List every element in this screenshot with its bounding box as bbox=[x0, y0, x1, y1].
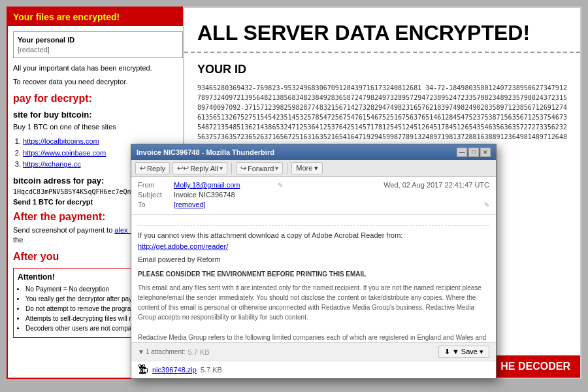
attachment-filesize: 5.7 KB bbox=[201, 366, 222, 374]
maximize-button[interactable]: □ bbox=[468, 148, 479, 157]
attachment-file-icon: 🗜 bbox=[138, 364, 148, 376]
email-header-area: From Molly.18@gmail.com ✎ Wed, 02 Aug 20… bbox=[131, 177, 496, 215]
powered-by: Email powered by Reform bbox=[138, 254, 489, 265]
toolbar-separator-2 bbox=[287, 163, 287, 174]
save-down-icon: ⬇ bbox=[444, 348, 450, 356]
date-value: Wed, 02 Aug 2017 22:41:47 UTC bbox=[384, 181, 489, 189]
attachment-info: ▼ 1 attachment: 5.7 KB bbox=[138, 348, 210, 356]
reply-label: Reply bbox=[147, 165, 165, 172]
acrobat-link[interactable]: http://get.adobe.com/reader/ bbox=[138, 242, 228, 250]
forward-label: Forward bbox=[248, 165, 274, 172]
company-text: Redactive Media Group refers to the foll… bbox=[138, 333, 489, 342]
window-titlebar: Invoice NIC396748 - Mozilla Thunderbird … bbox=[131, 144, 496, 160]
save-label: ▼ Save ▾ bbox=[452, 348, 483, 356]
to-value[interactable]: [removed] bbox=[174, 201, 482, 208]
minimize-button[interactable]: — bbox=[457, 148, 467, 157]
to-edit-icon: ✎ bbox=[484, 201, 489, 208]
attachment-size-top: 5.7 KB bbox=[188, 348, 210, 356]
reply-all-dropdown-icon: ▾ bbox=[220, 165, 223, 172]
toolbar-separator-1 bbox=[231, 163, 232, 174]
window-controls: — □ ✕ bbox=[457, 148, 491, 157]
from-value[interactable]: Molly.18@gmail.com bbox=[174, 181, 275, 189]
reply-icon: ↩ bbox=[140, 164, 146, 172]
pay-heading: pay for decrypt: bbox=[13, 93, 183, 105]
from-row: From Molly.18@gmail.com ✎ Wed, 02 Aug 20… bbox=[138, 181, 489, 189]
reply-all-label: Reply All bbox=[190, 165, 218, 172]
subject-label: Subject bbox=[138, 191, 174, 199]
forward-button[interactable]: ↪ Forward ▾ bbox=[236, 162, 283, 174]
attachment-count: 1 attachment: bbox=[146, 348, 186, 355]
id-text: 93465280369432-769823-953249683067091284… bbox=[197, 83, 567, 152]
email-window: Invoice NIC396748 - Mozilla Thunderbird … bbox=[131, 144, 497, 379]
site-2-link[interactable]: https://www.coinbase.com bbox=[23, 149, 106, 157]
body-text2: To recover data you need decryptor. bbox=[13, 77, 183, 87]
more-label: More ▾ bbox=[296, 164, 318, 172]
forward-icon: ↪ bbox=[240, 164, 246, 172]
from-label: From bbox=[138, 181, 174, 189]
site-heading: site for buy bitcoin: bbox=[13, 110, 183, 120]
email-body: If you cannot view this attachment downl… bbox=[131, 215, 496, 342]
subject-value: Invoice NIC396748 bbox=[174, 191, 489, 199]
personal-id-box: Your personal ID [redacted] bbox=[13, 31, 183, 58]
attachment-expand[interactable]: ▼ 1 attachment: bbox=[138, 348, 186, 355]
reply-all-icon: ↩↩ bbox=[177, 164, 189, 172]
your-id-label: YOUR ID bbox=[197, 63, 567, 76]
buy-btc: Buy 1 BTC on one of these sites bbox=[13, 122, 183, 132]
forward-dropdown-icon: ▾ bbox=[275, 165, 278, 172]
window-title: Invoice NIC396748 - Mozilla Thunderbird bbox=[137, 148, 274, 156]
consider-text: PLEASE CONSIDER THE ENVIRONMENT BEFORE P… bbox=[138, 269, 489, 279]
to-row: To [removed] ✎ bbox=[138, 201, 489, 208]
personal-id-value: [redacted] bbox=[18, 46, 178, 54]
site-3-link[interactable]: https://xchange.cc bbox=[23, 160, 81, 168]
subject-row: Subject Invoice NIC396748 bbox=[138, 191, 489, 199]
save-button[interactable]: ⬇ ▼ Save ▾ bbox=[438, 346, 489, 358]
legal-text: This email and any files sent with it ar… bbox=[138, 283, 489, 322]
decoder-footer: HE DECODER bbox=[491, 355, 580, 378]
attachment-file-row: 🗜 nic396748.zip 5.7 KB bbox=[131, 361, 496, 378]
body-text1: All your important data has been encrypt… bbox=[13, 63, 183, 73]
from-edit-icon: ✎ bbox=[278, 182, 283, 189]
attachment-filename[interactable]: nic396748.zip bbox=[152, 366, 197, 374]
more-button[interactable]: More ▾ bbox=[291, 162, 323, 174]
personal-id-label: Your personal ID bbox=[18, 36, 178, 44]
reply-all-button[interactable]: ↩↩ Reply All ▾ bbox=[172, 162, 227, 174]
site-1-link[interactable]: https://localbitcoins.com bbox=[23, 137, 99, 145]
acrobat-text: If you cannot view this attachment downl… bbox=[138, 230, 489, 252]
to-label: To bbox=[138, 201, 174, 208]
ransomware-header: Your files are encrypted! bbox=[8, 8, 188, 26]
email-toolbar: ↩ Reply ↩↩ Reply All ▾ ↪ Forward ▾ More … bbox=[131, 160, 496, 177]
attachment-bar: ▼ 1 attachment: 5.7 KB ⬇ ▼ Save ▾ bbox=[131, 342, 496, 361]
reply-button[interactable]: ↩ Reply bbox=[135, 162, 170, 174]
body-divider-top bbox=[138, 225, 489, 226]
encrypted-header: ALL SERVER DATA ENCRYPTED! bbox=[184, 8, 580, 53]
close-button[interactable]: ✕ bbox=[480, 148, 491, 157]
